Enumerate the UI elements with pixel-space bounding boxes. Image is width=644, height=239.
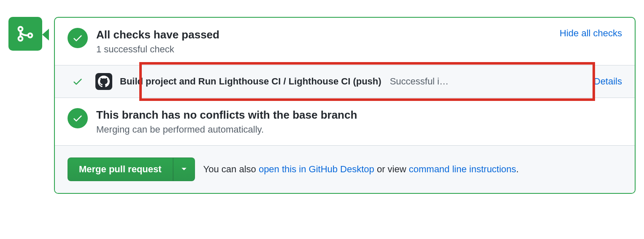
check-item-status [68, 76, 88, 87]
check-item-name[interactable]: Build project and Run Lighthouse CI / Li… [120, 76, 382, 87]
merge-pull-request-button[interactable]: Merge pull request [68, 158, 173, 181]
check-item-row: Build project and Run Lighthouse CI / Li… [55, 65, 635, 98]
open-github-desktop-link[interactable]: open this in GitHub Desktop [259, 164, 374, 174]
checks-summary-subtitle: 1 successful check [96, 44, 551, 55]
success-status-badge [68, 28, 88, 48]
footer-text-middle: or view [374, 164, 409, 174]
footer-text-suffix: . [516, 164, 519, 174]
check-details-link[interactable]: Details [594, 76, 622, 87]
conflicts-title: This branch has no conflicts with the ba… [96, 108, 622, 122]
merge-status-panel: All checks have passed 1 successful chec… [54, 17, 636, 194]
caret-down-icon [181, 167, 187, 171]
svg-point-0 [19, 27, 23, 31]
svg-point-1 [19, 37, 23, 41]
merge-footer-text: You can also open this in GitHub Desktop… [203, 164, 519, 175]
check-icon [72, 76, 83, 87]
check-icon [72, 113, 83, 124]
merge-footer: Merge pull request You can also open thi… [55, 146, 635, 193]
footer-text-prefix: You can also [203, 164, 259, 174]
check-icon [72, 33, 83, 43]
conflicts-subtitle: Merging can be performed automatically. [96, 124, 622, 135]
conflicts-section: This branch has no conflicts with the ba… [55, 98, 635, 146]
github-actions-avatar [95, 73, 112, 90]
merge-button-group: Merge pull request [68, 158, 195, 181]
github-icon [98, 76, 110, 87]
command-line-instructions-link[interactable]: command line instructions [409, 164, 516, 174]
checks-summary-section: All checks have passed 1 successful chec… [55, 18, 635, 65]
git-merge-icon [16, 24, 35, 43]
check-item-status-text: Successful i… [390, 76, 449, 87]
merge-timeline-badge [8, 17, 42, 51]
hide-checks-link[interactable]: Hide all checks [560, 28, 622, 39]
svg-point-2 [28, 33, 32, 38]
checks-summary-title: All checks have passed [96, 28, 551, 42]
merge-options-dropdown-button[interactable] [173, 158, 195, 181]
success-status-badge [68, 108, 88, 128]
